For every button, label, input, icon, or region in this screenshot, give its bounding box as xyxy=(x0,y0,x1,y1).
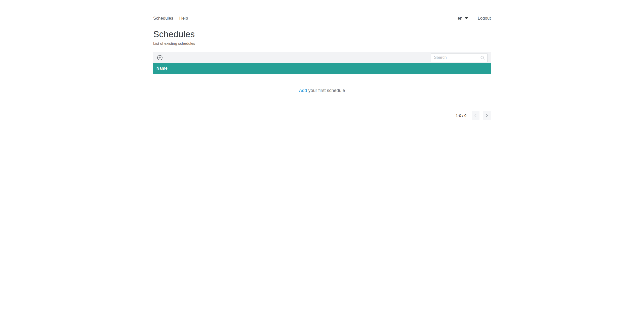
empty-state: Add your first schedule xyxy=(153,88,491,93)
caret-down-icon xyxy=(465,17,468,19)
search-box xyxy=(431,53,488,62)
language-dropdown[interactable]: en xyxy=(458,16,468,21)
empty-state-text: your first schedule xyxy=(308,88,345,93)
plus-circle-icon xyxy=(157,55,163,61)
page-title: Schedules xyxy=(153,29,491,39)
add-first-schedule-link[interactable]: Add xyxy=(299,88,307,93)
pagination-prev-button[interactable] xyxy=(472,111,479,120)
column-header-name: Name xyxy=(156,66,168,71)
nav-right-group: en Logout xyxy=(458,16,491,21)
page-container: Schedules Help en Logout Schedules List … xyxy=(153,14,491,120)
add-schedule-button[interactable] xyxy=(156,54,163,61)
pagination-next-button[interactable] xyxy=(483,111,491,120)
page-subtitle: List of existing schedules xyxy=(153,41,491,45)
table-toolbar xyxy=(153,52,491,63)
chevron-left-icon xyxy=(473,113,478,118)
table-header-row: Name xyxy=(153,63,491,74)
nav-item-help[interactable]: Help xyxy=(179,16,188,21)
nav-left-group: Schedules Help xyxy=(153,16,188,21)
pagination: 1-0 / 0 xyxy=(153,111,491,120)
top-navigation: Schedules Help en Logout xyxy=(153,14,491,23)
nav-item-schedules[interactable]: Schedules xyxy=(153,16,173,21)
pagination-range: 1-0 / 0 xyxy=(456,113,466,118)
search-input[interactable] xyxy=(431,54,487,62)
language-value: en xyxy=(458,16,462,21)
logout-link[interactable]: Logout xyxy=(478,16,491,21)
chevron-right-icon xyxy=(485,113,489,118)
